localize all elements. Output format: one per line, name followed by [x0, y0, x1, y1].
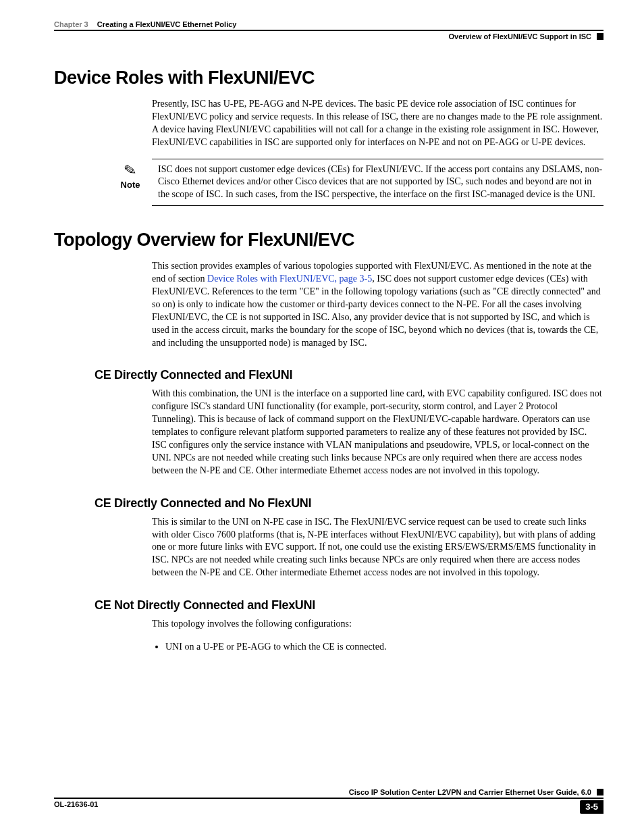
heading-ce-not-direct-flexuni: CE Not Directly Connected and FlexUNI	[95, 598, 603, 613]
text-span: , ISC does not support customer edge dev…	[152, 273, 601, 347]
paragraph: This is similar to the UNI on N-PE case …	[152, 516, 603, 579]
xref-device-roles[interactable]: Device Roles with FlexUNI/EVC, page 3-5	[207, 273, 372, 284]
note-block: ✎ Note ISC does not support customer edg…	[113, 159, 603, 207]
doc-id: OL-21636-01	[54, 800, 98, 808]
footer-guide-row: Cisco IP Solution Center L2VPN and Carri…	[54, 788, 603, 796]
body-ce-direct-no-flexuni: This is similar to the UNI on N-PE case …	[152, 516, 603, 579]
paragraph: This section provides examples of variou…	[152, 260, 603, 349]
body-ce-not-direct-flexuni: This topology involves the following con…	[152, 618, 603, 653]
page-number: 3-5	[580, 800, 603, 814]
heading-ce-direct-flexuni: CE Directly Connected and FlexUNI	[95, 368, 603, 382]
note-icon-col: ✎ Note	[113, 163, 147, 190]
guide-title: Cisco IP Solution Center L2VPN and Carri…	[349, 788, 591, 796]
chapter-label: Chapter 3	[54, 20, 88, 28]
footer-marker-icon	[597, 789, 603, 796]
body-topology-overview: This section provides examples of variou…	[152, 260, 603, 349]
heading-ce-direct-no-flexuni: CE Directly Connected and No FlexUNI	[95, 496, 603, 511]
header-bar: Chapter 3 Creating a FlexUNI/EVC Etherne…	[54, 20, 603, 28]
page: Chapter 3 Creating a FlexUNI/EVC Etherne…	[0, 0, 644, 834]
list-item: UNI on a U-PE or PE-AGG to which the CE …	[165, 640, 603, 654]
header-section-title: Overview of FlexUNI/EVC Support in ISC	[449, 32, 591, 41]
bullet-list: UNI on a U-PE or PE-AGG to which the CE …	[152, 640, 603, 654]
paragraph: This topology involves the following con…	[152, 618, 603, 631]
note-label: Note	[121, 180, 140, 190]
body-device-roles: Presently, ISC has U-PE, PE-AGG and N-PE…	[152, 98, 603, 149]
header-section-row: Overview of FlexUNI/EVC Support in ISC	[54, 32, 603, 41]
paragraph: Presently, ISC has U-PE, PE-AGG and N-PE…	[152, 98, 603, 149]
body-ce-direct-flexuni: With this combination, the UNI is the in…	[152, 388, 603, 477]
page-footer: Cisco IP Solution Center L2VPN and Carri…	[54, 788, 603, 814]
footer-bottom-row: OL-21636-01 3-5	[54, 800, 603, 814]
header-rule	[54, 30, 603, 31]
chapter-line: Chapter 3 Creating a FlexUNI/EVC Etherne…	[54, 20, 236, 28]
note-icon: ✎	[123, 162, 138, 179]
note-body: ISC does not support customer edge devic…	[158, 163, 603, 202]
heading-topology-overview: Topology Overview for FlexUNI/EVC	[54, 230, 603, 251]
note-rule-bottom	[152, 205, 603, 206]
section-marker-icon	[597, 33, 603, 40]
chapter-title: Creating a FlexUNI/EVC Ethernet Policy	[97, 20, 237, 28]
page-number-badge: 3-5	[580, 800, 603, 814]
heading-device-roles: Device Roles with FlexUNI/EVC	[54, 68, 603, 88]
paragraph: With this combination, the UNI is the in…	[152, 388, 603, 477]
note-rule-top	[152, 159, 603, 159]
footer-rule	[54, 798, 603, 799]
